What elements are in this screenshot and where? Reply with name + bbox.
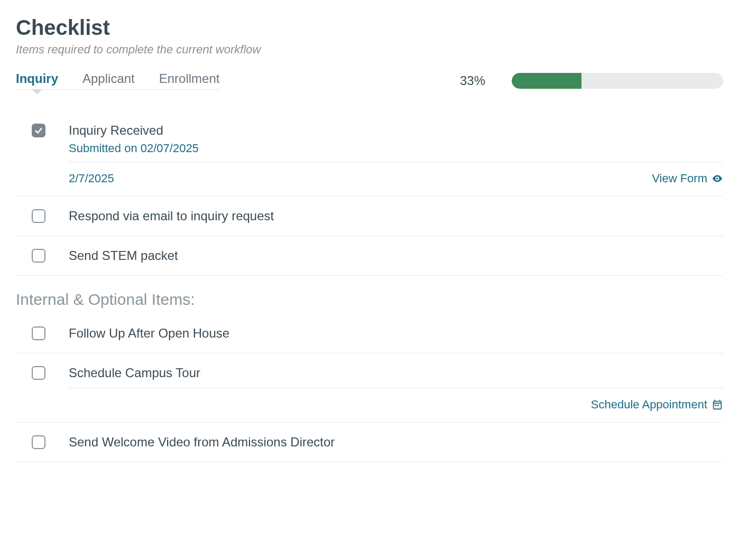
item-body: Send STEM packet [69, 247, 723, 265]
checkbox-respond-email[interactable] [32, 209, 45, 223]
item-body: Inquiry Received Submitted on 02/07/2025… [69, 122, 723, 185]
item-title: Send Welcome Video from Admissions Direc… [69, 433, 723, 451]
item-title: Follow Up After Open House [69, 324, 723, 342]
checkbox-col [16, 364, 69, 382]
item-body: Respond via email to inquiry request [69, 207, 723, 225]
item-title: Schedule Campus Tour [69, 364, 723, 382]
checkbox-col [16, 122, 69, 137]
item-body: Schedule Campus Tour Schedule Appointmen… [69, 364, 723, 412]
item-title: Send STEM packet [69, 247, 723, 265]
item-title: Inquiry Received [69, 122, 723, 139]
eye-icon [712, 173, 723, 184]
tab-applicant[interactable]: Applicant [82, 71, 135, 89]
checklist-item: Follow Up After Open House [16, 314, 723, 353]
checkbox-welcome-video[interactable] [32, 435, 45, 449]
tabs-progress-row: Inquiry Applicant Enrollment 33% [16, 71, 723, 90]
item-body: Send Welcome Video from Admissions Direc… [69, 433, 723, 451]
page-title: Checklist [16, 16, 723, 40]
schedule-row: Schedule Appointment [69, 388, 723, 412]
checklist-item: Send STEM packet [16, 236, 723, 276]
progress-percent-label: 33% [460, 73, 485, 88]
item-subtitle: Submitted on 02/07/2025 [69, 142, 723, 155]
item-detail-date[interactable]: 2/7/2025 [69, 172, 114, 185]
progress-section: 33% [460, 73, 723, 89]
item-title: Respond via email to inquiry request [69, 207, 723, 225]
progress-bar [512, 73, 723, 89]
schedule-label: Schedule Appointment [591, 398, 707, 412]
item-body: Follow Up After Open House [69, 324, 723, 342]
page-subtitle: Items required to complete the current w… [16, 43, 723, 57]
checklist-item: Schedule Campus Tour Schedule Appointmen… [16, 353, 723, 423]
checkbox-follow-up[interactable] [32, 326, 45, 340]
checkbox-send-stem[interactable] [32, 249, 45, 263]
calendar-icon [712, 399, 723, 410]
checkbox-schedule-tour[interactable] [32, 366, 45, 380]
view-form-link[interactable]: View Form [652, 172, 723, 185]
tab-enrollment[interactable]: Enrollment [159, 71, 220, 89]
checkbox-col [16, 207, 69, 225]
optional-heading: Internal & Optional Items: [16, 291, 723, 309]
tabs: Inquiry Applicant Enrollment [16, 71, 219, 90]
checkbox-col [16, 324, 69, 342]
item-detail-row: 2/7/2025 View Form [69, 162, 723, 185]
checklist-item: Inquiry Received Submitted on 02/07/2025… [16, 111, 723, 197]
checkbox-col [16, 247, 69, 265]
checkbox-inquiry-received[interactable] [32, 124, 45, 137]
progress-fill [512, 73, 581, 89]
checklist-item: Send Welcome Video from Admissions Direc… [16, 423, 723, 462]
schedule-appointment-link[interactable]: Schedule Appointment [591, 398, 723, 412]
checkbox-col [16, 433, 69, 451]
tab-inquiry[interactable]: Inquiry [16, 71, 58, 89]
checklist-item: Respond via email to inquiry request [16, 197, 723, 236]
check-icon [34, 126, 43, 135]
view-form-label: View Form [652, 172, 707, 185]
